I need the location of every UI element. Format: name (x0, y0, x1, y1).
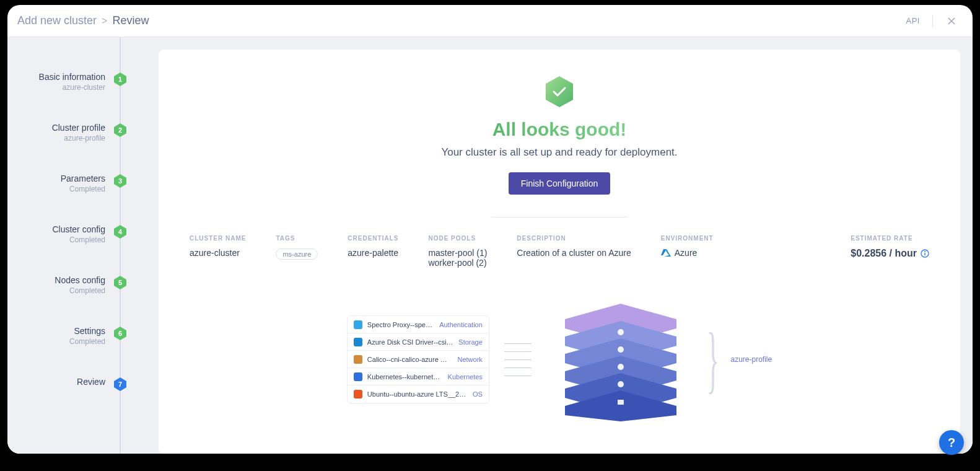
step-sub: azure-cluster (39, 83, 105, 92)
layer-row[interactable]: Ubuntu--ubuntu-azure LTS__2… OS (348, 385, 489, 403)
step-badge-icon: 5 (113, 275, 128, 290)
azure-icon (661, 248, 671, 258)
layer-row[interactable]: Kubernetes--kubernet… Kubernetes (348, 368, 489, 385)
svg-point-20 (618, 346, 624, 353)
svg-marker-8 (661, 249, 667, 255)
svg-point-12 (924, 251, 925, 252)
layer-icon (354, 372, 362, 381)
step-cluster-config[interactable]: Cluster config Completed 4 (7, 224, 131, 244)
layer-icon (354, 355, 362, 364)
step-settings[interactable]: Settings Completed 6 (7, 326, 131, 346)
step-title: Parameters (61, 174, 105, 183)
close-button[interactable] (945, 15, 958, 27)
brace-icon: } (707, 317, 719, 402)
summary-tags: TAGS ms-azure (276, 235, 318, 268)
close-icon (947, 16, 956, 26)
step-badge-icon: 7 (113, 377, 128, 392)
section-divider (491, 217, 628, 218)
review-card: All looks good! Your cluster is all set … (159, 50, 960, 454)
step-sub: Completed (61, 185, 105, 193)
step-badge-icon: 1 (113, 72, 128, 87)
profile-name[interactable]: azure-profile (730, 355, 772, 364)
step-nodes-config[interactable]: Nodes config Completed 5 (7, 275, 131, 295)
breadcrumb-root[interactable]: Add new cluster (17, 14, 97, 27)
step-title: Nodes config (55, 275, 105, 285)
svg-point-21 (618, 364, 624, 370)
step-title: Cluster config (52, 224, 105, 234)
wizard-stepper: Basic information azure-cluster 1 Cluste… (7, 37, 131, 454)
step-parameters[interactable]: Parameters Completed 3 (7, 174, 131, 193)
layer-stack-icon (546, 297, 695, 421)
step-title: Basic information (39, 72, 105, 82)
step-sub: Completed (55, 286, 105, 295)
layer-connectors (504, 343, 532, 376)
layer-row[interactable]: Azure Disk CSI Driver--csi-… Storage (348, 333, 489, 351)
svg-rect-23 (618, 400, 624, 405)
summary-node-pools: NODE POOLS master-pool (1) worker-pool (… (428, 235, 487, 268)
svg-rect-11 (924, 253, 925, 255)
step-sub: Completed (69, 337, 105, 346)
svg-marker-7 (546, 76, 573, 107)
summary-environment: ENVIRONMENT Azure (661, 235, 714, 268)
step-sub: Completed (52, 236, 105, 244)
help-button[interactable]: ? (939, 430, 964, 455)
step-badge-icon: 3 (113, 174, 128, 188)
summary-row: CLUSTER NAME azure-cluster TAGS ms-azure… (190, 235, 929, 268)
step-sub: azure-profile (52, 134, 105, 143)
step-badge-icon: 6 (113, 326, 128, 341)
svg-point-19 (618, 329, 624, 335)
step-badge-icon: 4 (113, 224, 128, 239)
layer-row[interactable]: Calico--cni-calico-azure … Network (348, 351, 489, 368)
hero-subtitle: Your cluster is all set up and ready for… (441, 146, 677, 159)
header: Add new cluster > Review API (7, 5, 973, 37)
tag-chip: ms-azure (276, 249, 318, 260)
summary-description: DESCRIPTION Creation of a cluster on Azu… (517, 235, 631, 268)
breadcrumb-current: Review (112, 14, 149, 27)
breadcrumb-sep: > (102, 15, 107, 27)
svg-point-22 (618, 381, 624, 387)
finish-configuration-button[interactable]: Finish Configuration (509, 172, 611, 195)
summary-cluster-name: CLUSTER NAME azure-cluster (190, 235, 246, 268)
step-basic-info[interactable]: Basic information azure-cluster 1 (7, 72, 131, 92)
success-check-icon (542, 74, 577, 109)
layer-icon (354, 338, 362, 346)
profile-visualization: Spectro Proxy--spe… Authentication Azure… (190, 297, 929, 421)
step-title: Cluster profile (52, 123, 105, 133)
hero-title: All looks good! (492, 119, 627, 140)
layer-icon (354, 320, 362, 329)
step-cluster-profile[interactable]: Cluster profile azure-profile 2 (7, 123, 131, 143)
step-review[interactable]: Review 7 (7, 377, 131, 392)
api-link[interactable]: API (906, 16, 920, 25)
step-title: Review (77, 377, 105, 387)
info-icon[interactable] (921, 249, 929, 258)
layer-icon (354, 390, 362, 398)
summary-credentials: CREDENTIALS azure-palette (348, 235, 398, 268)
layer-list: Spectro Proxy--spe… Authentication Azure… (347, 315, 489, 403)
layer-row[interactable]: Spectro Proxy--spe… Authentication (348, 316, 489, 333)
summary-estimated-rate: ESTIMATED RATE $0.2856 / hour (851, 235, 929, 268)
step-badge-icon: 2 (113, 123, 128, 138)
header-divider (932, 15, 933, 27)
step-title: Settings (69, 326, 105, 336)
